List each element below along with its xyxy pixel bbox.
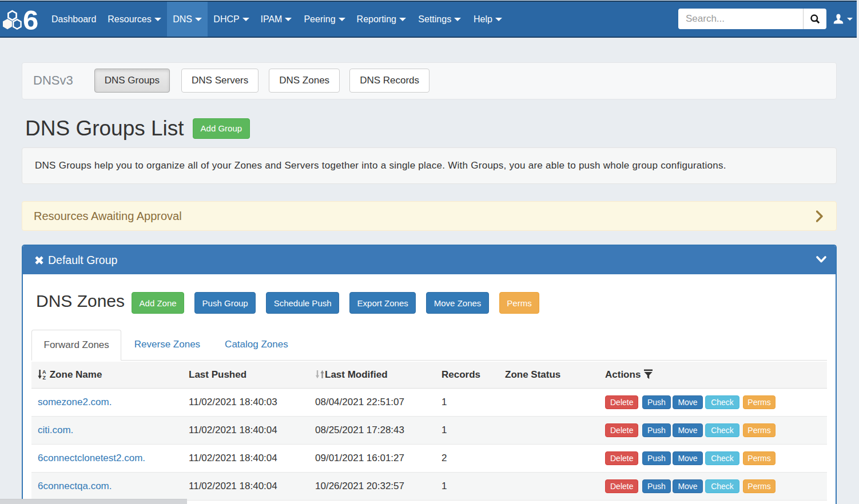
svg-text:6: 6 bbox=[23, 9, 38, 30]
svg-text:Z: Z bbox=[42, 375, 46, 380]
svg-text:A: A bbox=[42, 369, 46, 375]
